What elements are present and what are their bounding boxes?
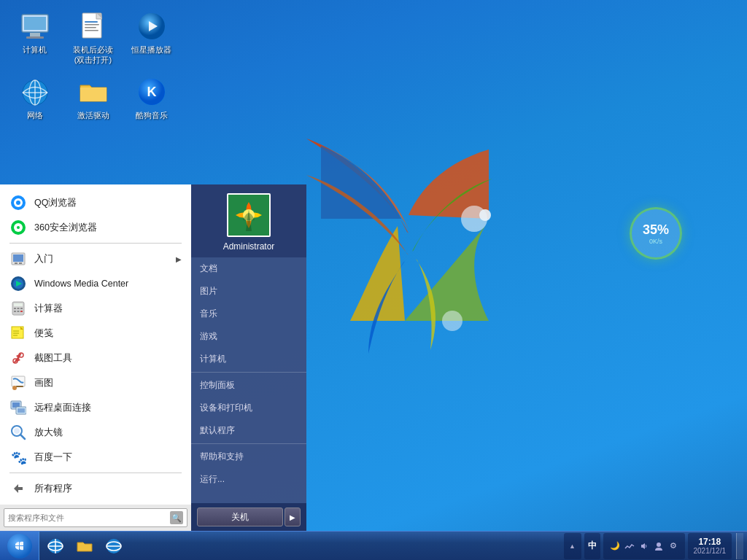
computer-icon [20, 11, 50, 42]
start-menu-item-paint[interactable]: 画图 [4, 370, 187, 395]
qqmusic-icon: K [136, 77, 167, 107]
document-icon [78, 11, 109, 42]
svg-marker-59 [14, 484, 23, 493]
start-menu-item-baidu[interactable]: 🐾 百度一下 [4, 445, 187, 470]
user-avatar[interactable] [227, 193, 271, 237]
language-bar[interactable]: 中 [584, 533, 600, 559]
media-player-label: 恒星播放器 [131, 44, 171, 55]
svg-point-2 [442, 311, 462, 331]
right-menu-games[interactable]: 游戏 [191, 325, 306, 348]
performance-widget: 35% 0K/s [627, 204, 685, 262]
right-menu-control-panel[interactable]: 控制面板 [191, 374, 306, 397]
getting-started-icon [9, 250, 27, 268]
svg-rect-40 [18, 311, 20, 312]
start-menu-item-getting-started[interactable]: 入门 ▶ [4, 246, 187, 271]
tray-volume-icon[interactable] [638, 540, 650, 552]
svg-rect-8 [85, 21, 98, 23]
all-programs-icon [9, 480, 27, 497]
shutdown-button[interactable]: 关机 [197, 508, 283, 526]
svg-rect-6 [26, 36, 44, 39]
svg-point-24 [16, 201, 20, 205]
desktop-icon-qqmusic[interactable]: K 酷狗音乐 [124, 73, 179, 124]
right-menu-documents[interactable]: 文档 [191, 257, 306, 280]
taskbar-right: ▲ 中 🌙 [560, 532, 748, 561]
start-button[interactable] [0, 532, 39, 561]
desktop-icon-activate-driver[interactable]: 激活驱动 [66, 73, 120, 124]
right-menu-music[interactable]: 音乐 [191, 303, 306, 325]
remote-desktop-label: 远程桌面连接 [34, 402, 182, 414]
svg-rect-4 [24, 17, 46, 30]
start-orb-icon [7, 534, 32, 559]
right-menu-help-support[interactable]: 帮助和支持 [191, 446, 306, 468]
360-browser-label: 360安全浏览器 [34, 222, 182, 234]
network-icon [20, 77, 50, 107]
svg-rect-39 [14, 311, 16, 312]
tray-user-icon[interactable] [653, 540, 665, 552]
calculator-label: 计算器 [34, 303, 182, 315]
svg-text:K: K [147, 85, 156, 99]
paint-label: 画图 [34, 377, 182, 389]
desktop-icon-network[interactable]: 网络 [7, 73, 62, 124]
right-menu-divider-2 [191, 443, 306, 444]
right-menu-run[interactable]: 运行... [191, 468, 306, 491]
start-menu-programs: QQ浏览器 360安全浏览器 [0, 184, 191, 505]
start-menu-item-snipping-tool[interactable]: 截图工具 [4, 346, 187, 370]
svg-rect-5 [30, 33, 40, 36]
search-input[interactable] [8, 513, 166, 522]
qq-browser-label: QQ浏览器 [34, 197, 182, 209]
show-desktop-button[interactable] [736, 533, 743, 559]
desktop-icon-row-1: 计算机 装机后必读(双击打开) [7, 7, 179, 69]
tray-settings-icon[interactable]: ⚙ [667, 540, 679, 552]
qq-browser-icon [9, 194, 27, 211]
wmc-icon [9, 275, 27, 292]
desktop-icon-computer[interactable]: 计算机 [7, 7, 62, 69]
svg-rect-37 [18, 308, 20, 309]
tray-expand-icon[interactable]: ▲ [567, 540, 578, 552]
calculator-icon [9, 300, 27, 317]
right-menu-computer[interactable]: 计算机 [191, 348, 306, 370]
widget-percent: 35% [643, 222, 669, 238]
tray-network-icon[interactable] [624, 540, 635, 552]
svg-point-1 [479, 209, 491, 221]
desktop-icon-media-player[interactable]: 恒星播放器 [124, 7, 179, 69]
clock[interactable]: 17:18 2021/12/1 [688, 533, 732, 559]
start-menu-left: QQ浏览器 360安全浏览器 [0, 184, 191, 531]
system-tray: 🌙 ⚙ [603, 533, 685, 559]
shutdown-options-button[interactable]: ▶ [285, 508, 301, 526]
svg-rect-35 [14, 303, 23, 306]
start-menu-item-calculator[interactable]: 计算器 [4, 296, 187, 321]
svg-rect-48 [12, 376, 25, 386]
svg-rect-54 [18, 408, 25, 413]
start-menu-item-wmc[interactable]: Windows Media Center [4, 271, 187, 296]
qqmusic-label: 酷狗音乐 [136, 110, 168, 120]
search-box[interactable]: 🔍 [4, 508, 187, 527]
360-browser-icon [9, 219, 27, 236]
desktop-icon-install-readme[interactable]: 装机后必读(双击打开) [66, 7, 120, 69]
right-menu-devices-printers[interactable]: 设备和打印机 [191, 397, 306, 419]
search-submit-button[interactable]: 🔍 [170, 511, 183, 524]
language-text: 中 [588, 540, 597, 552]
desktop-icon-row-2: 网络 激活驱动 [7, 73, 179, 124]
start-menu-right: Administrator 文档 图片 音乐 游戏 计算机 控制面板 [191, 184, 306, 531]
start-menu-item-magnifier[interactable]: 放大镜 [4, 420, 187, 445]
start-menu-item-sticky-notes[interactable]: 便笺 [4, 321, 187, 346]
start-menu-item-all-programs[interactable]: 所有程序 [4, 476, 187, 501]
right-menu-default-programs[interactable]: 默认程序 [191, 419, 306, 442]
user-area: Administrator [191, 184, 306, 257]
right-menu-divider-1 [191, 372, 306, 373]
svg-rect-9 [85, 24, 99, 26]
start-menu-item-qq-browser[interactable]: QQ浏览器 [4, 190, 187, 215]
taskbar-ie-button[interactable] [42, 533, 69, 559]
taskbar-pinned-items [39, 532, 130, 561]
svg-point-27 [17, 226, 20, 229]
start-menu-item-360-browser[interactable]: 360安全浏览器 [4, 215, 187, 240]
svg-point-69 [657, 542, 661, 547]
taskbar-explorer-button[interactable] [71, 533, 98, 559]
sticky-notes-label: 便笺 [34, 327, 182, 340]
clock-time: 17:18 [698, 537, 721, 547]
start-menu-item-remote-desktop[interactable]: 远程桌面连接 [4, 395, 187, 420]
clock-date: 2021/12/1 [694, 547, 727, 555]
taskbar-ie2-button[interactable] [100, 533, 128, 559]
tray-moon-icon[interactable]: 🌙 [609, 540, 621, 552]
right-menu-pictures[interactable]: 图片 [191, 280, 306, 303]
